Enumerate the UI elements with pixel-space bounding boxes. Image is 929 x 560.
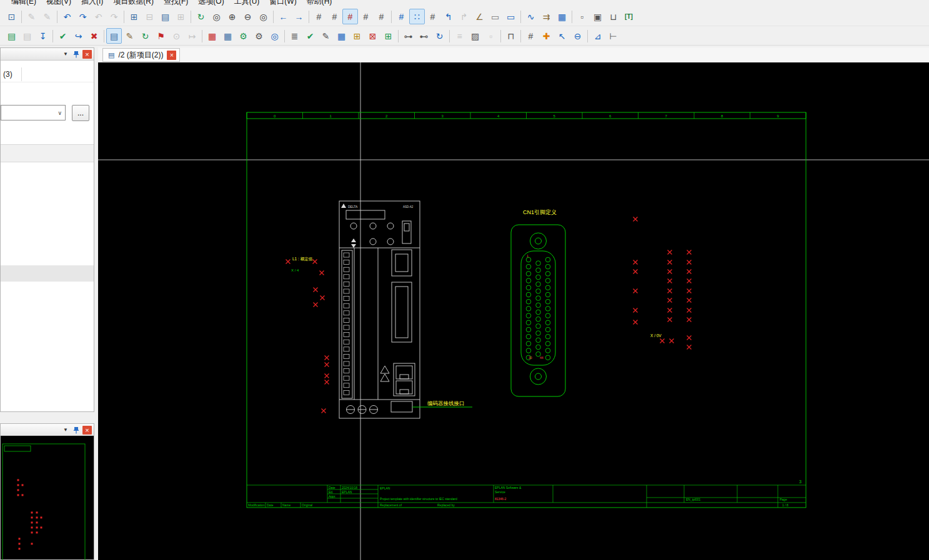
zoom-window-button[interactable]: ◎: [209, 9, 224, 24]
tab-project-page[interactable]: ▤ /2 (新项目(2)) ×: [102, 48, 180, 62]
redo-button[interactable]: ↷: [75, 9, 91, 24]
panel-menu-icon[interactable]: ▼: [61, 427, 70, 433]
grid-c-button[interactable]: #: [342, 9, 358, 24]
complete-box-button[interactable]: ⊞: [380, 28, 396, 44]
grid-b-button[interactable]: #: [327, 9, 342, 24]
delete-placement-button[interactable]: ⊠: [365, 28, 380, 44]
undo-button[interactable]: ↶: [59, 9, 75, 24]
pin-icon[interactable]: [73, 51, 79, 58]
zoom-100-button[interactable]: ◎: [256, 9, 271, 24]
edit-device-button[interactable]: ✎: [318, 28, 334, 44]
tb-replaced-by: Replaced by: [437, 503, 455, 507]
clipboard-apply-button[interactable]: ✔: [55, 28, 71, 44]
rotate-button[interactable]: ↻: [432, 28, 447, 44]
update-page-button[interactable]: ↻: [137, 28, 153, 44]
bookmark-button[interactable]: ⚑: [153, 28, 169, 44]
import-page-button[interactable]: ↧: [35, 28, 51, 44]
new-window-button[interactable]: ⊞: [126, 9, 142, 24]
menu-item-0[interactable]: 编辑(E): [11, 0, 36, 7]
menu-item-7[interactable]: 窗口(W): [269, 0, 296, 7]
browse-button[interactable]: ...: [72, 105, 89, 121]
parts-cart-button[interactable]: ⊔: [605, 9, 621, 24]
selection-box-button[interactable]: ▣: [590, 9, 605, 24]
grid-a-button[interactable]: #: [311, 9, 327, 24]
viewport-button[interactable]: ▭: [503, 9, 519, 24]
settings-button[interactable]: ⚙: [251, 28, 267, 44]
insert-grid-button[interactable]: ▦: [554, 9, 570, 24]
zoom-out-button[interactable]: ⊖: [240, 9, 256, 24]
adjust-tool-button[interactable]: ⊖: [570, 28, 585, 44]
angle-snap-button[interactable]: ∠: [472, 9, 487, 24]
menu-item-2[interactable]: 插入(I): [81, 0, 103, 7]
redraw-button[interactable]: ↻: [193, 9, 209, 24]
device-navigator-button[interactable]: ▦: [220, 28, 236, 44]
device-box-button[interactable]: ▦: [334, 28, 349, 44]
autoconnect-button[interactable]: ⇉: [539, 9, 554, 24]
divider: [21, 67, 22, 81]
grid-e-button[interactable]: #: [374, 9, 389, 24]
pointer-button[interactable]: ↖: [554, 28, 570, 44]
measure-tool-button[interactable]: ⊢: [605, 28, 621, 44]
drawing-canvas[interactable]: 0123456789 3 Date 2024/10/18 Ed. E: [98, 62, 929, 560]
hatch-style-button[interactable]: ▨: [467, 28, 483, 44]
increment-button[interactable]: ✚: [539, 28, 554, 44]
grid-d-button[interactable]: #: [358, 9, 374, 24]
center-target-button[interactable]: ◎: [267, 28, 282, 44]
paste-page-button[interactable]: ▤: [4, 28, 19, 44]
undo-icon: ↶: [64, 12, 71, 21]
grid-display-button[interactable]: #: [394, 9, 409, 24]
numbering-button[interactable]: ≣: [287, 28, 302, 44]
snap-to-grid-button[interactable]: ∷: [409, 9, 425, 24]
warning-triangle-icon: [380, 366, 389, 373]
menu-item-6[interactable]: 工具(U): [234, 0, 260, 7]
align-jump-icon: ↰: [445, 12, 452, 21]
panel-close-button[interactable]: ×: [82, 426, 92, 435]
freehand-button[interactable]: ∿: [523, 9, 539, 24]
tb-appr-label: Appr.: [329, 494, 336, 498]
selected-list-row[interactable]: [1, 265, 94, 282]
text-mode-button[interactable]: [T]: [621, 9, 637, 24]
ruler-grid-button[interactable]: #: [523, 28, 539, 44]
edit-properties-icon: ✎: [126, 32, 134, 41]
panel-close-button[interactable]: ×: [82, 50, 92, 59]
tb-col-name: Name: [282, 503, 291, 507]
stamp-button[interactable]: ⊓: [503, 28, 519, 44]
edit-properties-button[interactable]: ✎: [122, 28, 137, 44]
menu-item-8[interactable]: 帮助(H): [307, 0, 332, 7]
connection-symbol-button[interactable]: ⊶: [400, 28, 416, 44]
zoom-in-button[interactable]: ⊕: [224, 9, 240, 24]
properties-button[interactable]: ▤: [106, 28, 122, 44]
menu-item-4[interactable]: 查找(F): [164, 0, 188, 7]
go-back-button[interactable]: ←: [276, 9, 291, 24]
device-table-button[interactable]: ▦: [204, 28, 220, 44]
navigator-count-row: (3): [1, 66, 94, 82]
plug-symbol-button[interactable]: ⊷: [416, 28, 432, 44]
clipboard-insert-button[interactable]: ↪: [71, 28, 86, 44]
page-icon: ▤: [108, 51, 114, 59]
autoconnect-icon: ⇉: [543, 12, 550, 21]
panel-menu-icon[interactable]: ▼: [61, 51, 70, 57]
clipboard-delete-button[interactable]: ✖: [86, 28, 102, 44]
tab-close-button[interactable]: ×: [167, 51, 176, 60]
go-forward-button[interactable]: →: [291, 9, 307, 24]
check-project-button[interactable]: ✔: [302, 28, 318, 44]
menu-item-5[interactable]: 选项(O): [198, 0, 224, 7]
svg-text:4: 4: [497, 114, 500, 118]
svg-text:6: 6: [609, 114, 612, 118]
pin-icon[interactable]: [73, 426, 79, 434]
page-preview-button[interactable]: ▤: [157, 9, 173, 24]
encoder-port-label: 编码器接线接口: [427, 400, 465, 406]
design-mode-button[interactable]: ▭: [487, 9, 503, 24]
page-select-button[interactable]: ⊡: [4, 9, 19, 24]
slope-tool-button[interactable]: ⊿: [590, 28, 605, 44]
menu-item-3[interactable]: 项目数据(R): [113, 0, 154, 7]
grid-free-button[interactable]: #: [425, 9, 440, 24]
enclosure-button[interactable]: ⊞: [349, 28, 365, 44]
filter-combobox[interactable]: ∨: [1, 105, 66, 120]
sync-settings-button[interactable]: ⚙: [236, 28, 251, 44]
place-object-button[interactable]: ▫: [574, 9, 590, 24]
toolbar-main: ⊡✎✎↶↷↶↷⊞⊟▤⊞↻◎⊕⊖◎←→######∷#↰↱∠▭▭∿⇉▦▫▣⊔[T]: [0, 7, 929, 26]
zoom-100-icon: ◎: [259, 12, 267, 21]
align-jump-button[interactable]: ↰: [440, 9, 456, 24]
menu-item-1[interactable]: 视图(V): [46, 0, 71, 7]
